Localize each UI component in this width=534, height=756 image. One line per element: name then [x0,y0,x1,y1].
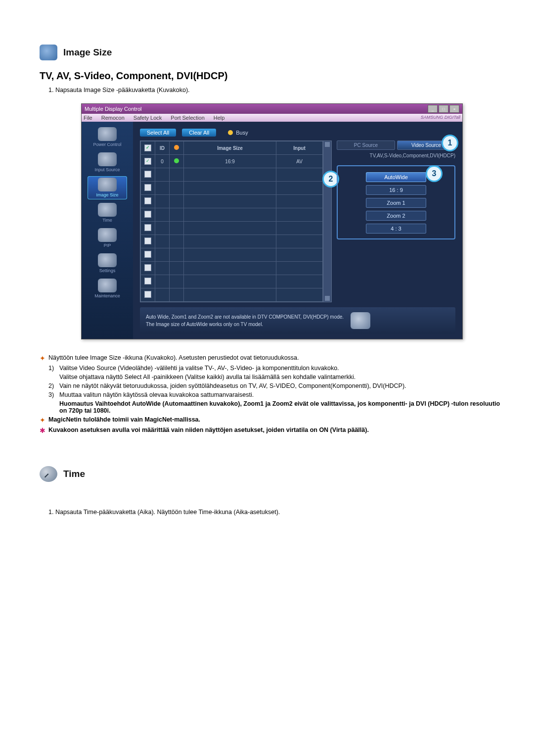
col-id: ID [155,142,170,155]
row-checkbox[interactable] [144,197,151,204]
star-icon: ✦ [40,416,45,425]
busy-dot-icon [228,130,233,135]
app-window: Multiple Display Control _ □ × File Remo… [81,103,463,339]
menu-file[interactable]: File [84,115,92,121]
busy-indicator: Busy [228,130,248,136]
pip-nav-icon [98,228,117,242]
time-icon [40,466,57,482]
menu-remocon[interactable]: Remocon [101,115,125,121]
status-icon [174,158,179,163]
option-zoom2[interactable]: Zoom 2 [366,211,426,221]
menu-safety-lock[interactable]: Safety Lock [134,115,162,121]
note-text: MagicNetin tulolähde toimii vain MagicNe… [48,416,200,423]
row-checkbox[interactable] [144,184,151,191]
col-check[interactable] [141,142,155,155]
image-size-nav-icon [98,178,117,191]
row-checkbox[interactable] [144,278,151,284]
callout-1: 1 [442,135,458,151]
row-checkbox[interactable] [144,158,151,165]
image-size-options: 3 AutoWide 16 : 9 Zoom 1 Zoom 2 4 : 3 [337,165,455,239]
table-row [141,168,323,182]
footer-note-line1: Auto Wide, Zoom1 and Zoom2 are not avail… [146,313,344,321]
sidebar-item-pip[interactable]: PIP [88,227,127,250]
note-star-2: ✦ MagicNetin tulolähde toimii vain Magic… [40,416,504,425]
window-title: Multiple Display Control [85,106,142,112]
sidebar-item-label: Settings [99,268,116,273]
option-autowide[interactable]: AutoWide [366,172,426,182]
sidebar-item-settings[interactable]: Settings [88,252,127,275]
col-status [170,142,184,155]
menubar: File Remocon Safety Lock Port Selection … [82,114,462,122]
section-title: Image Size [63,47,112,58]
row-checkbox[interactable] [144,171,151,178]
callout-3: 3 [426,165,443,182]
main-panel: Select All Clear All Busy ID Image Size [133,122,462,339]
row-checkbox[interactable] [144,224,151,231]
row-checkbox[interactable] [144,251,151,258]
row-checkbox[interactable] [144,264,151,271]
section-title: Time [63,469,85,479]
section-header-time: Time [40,466,504,482]
titlebar: Multiple Display Control _ □ × [82,104,462,114]
group-label: TV,AV,S-Video,Component,DVI(HDCP) [337,153,455,158]
row-checkbox[interactable] [144,291,151,298]
intro-step: 1. Napsauta Image Size -pääkuvaketta (Ku… [48,87,504,94]
tab-pc-source[interactable]: PC Source [337,141,395,150]
power-control-icon [98,127,117,141]
row-checkbox[interactable] [144,211,151,218]
table-row [141,182,323,195]
sidebar-item-label: Power Control [93,142,121,147]
option-zoom1[interactable]: Zoom 1 [366,198,426,208]
footer-note: Auto Wide, Zoom1 and Zoom2 are not avail… [140,307,455,334]
sidebar-item-label: Input Source [94,167,120,172]
status-icon [174,145,179,150]
menu-port-selection[interactable]: Port Selection [171,115,204,121]
table-row [141,248,323,262]
note-2: 2)Vain ne näytöt näkyvät tietoruudukossa… [48,382,504,389]
sidebar-item-label: Image Size [96,192,118,197]
image-size-icon [40,45,57,60]
note-1b: Valitse ohjattava näyttö Select All -pai… [48,374,504,380]
sidebar: Power Control Input Source Image Size Ti… [82,122,133,339]
sidebar-item-label: PIP [104,243,111,248]
maximize-button[interactable]: □ [439,105,448,113]
time-step-1: 1. Napsauta Time-pääkuvaketta (Aika). Nä… [48,509,504,516]
sidebar-item-time[interactable]: Time [88,201,127,225]
subheading: TV, AV, S-Video, Component, DVI(HDCP) [40,70,504,82]
col-input: Input [276,142,323,155]
note-star-3: ✱ Kuvakoon asetuksen avulla voi määrittä… [40,426,504,435]
close-button[interactable]: × [449,105,459,113]
option-4-3[interactable]: 4 : 3 [366,224,426,234]
note-text: Näyttöön tulee Image Size -ikkuna (Kuvak… [48,354,299,361]
sidebar-item-maintenance[interactable]: Maintenance [88,277,127,300]
table-row[interactable]: 0 16:9 AV [141,155,323,168]
row-checkbox[interactable] [144,237,151,244]
sidebar-item-image-size[interactable]: Image Size [88,176,127,199]
minimize-button[interactable]: _ [428,105,438,113]
hand-icon [351,312,370,329]
menu-help[interactable]: Help [214,115,225,121]
busy-label: Busy [236,130,248,136]
table-row [141,235,323,248]
table-row [141,288,323,302]
sidebar-item-power-control[interactable]: Power Control [88,126,127,149]
cell-input: AV [276,155,323,168]
option-16-9[interactable]: 16 : 9 [366,185,426,195]
star-icon: ✱ [40,426,45,435]
display-grid: ID Image Size Input 0 16:9 AV [140,141,332,302]
cell-id: 0 [155,155,170,168]
clear-all-button[interactable]: Clear All [182,129,216,137]
brand-label: SAMSUNG DIGITall [421,115,460,121]
table-row [141,195,323,208]
sidebar-item-input-source[interactable]: Input Source [88,151,127,174]
scrollbar[interactable] [323,141,331,302]
maintenance-nav-icon [98,279,117,292]
time-nav-icon [98,203,117,217]
select-all-button[interactable]: Select All [140,129,176,137]
sidebar-item-label: Time [102,218,112,223]
settings-nav-icon [98,253,117,267]
sidebar-item-label: Maintenance [94,293,120,298]
star-icon: ✦ [40,354,45,363]
table-row [141,208,323,222]
table-row [141,262,323,275]
